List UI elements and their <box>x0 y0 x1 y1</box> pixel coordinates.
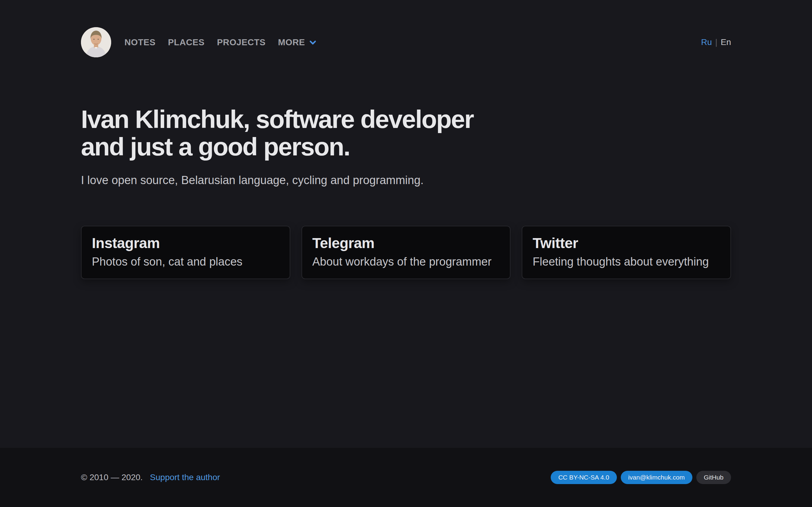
nav-item-more[interactable]: MORE <box>278 38 317 47</box>
copyright-text: © 2010 — 2020. <box>81 472 143 482</box>
instagram-card[interactable]: Instagram Photos of son, cat and places <box>81 226 290 279</box>
nav-item-projects[interactable]: PROJECTS <box>217 38 265 47</box>
header-nav: NOTES PLACES PROJECTS MORE Ru | En <box>81 27 731 57</box>
chevron-down-icon <box>309 38 317 47</box>
telegram-card-title: Telegram <box>312 234 500 252</box>
twitter-card-title: Twitter <box>532 234 720 252</box>
lang-separator: | <box>715 38 717 47</box>
support-author-link[interactable]: Support the author <box>150 472 220 482</box>
footer-inner: © 2010 — 2020. Support the author CC BY-… <box>81 471 731 484</box>
email-badge[interactable]: ivan@klimchuk.com <box>621 471 692 484</box>
language-switcher: Ru | En <box>701 38 731 47</box>
github-badge[interactable]: GitHub <box>696 471 731 484</box>
main-content: Ivan Klimchuk, software developer and ju… <box>81 57 731 279</box>
avatar-image <box>81 27 111 57</box>
twitter-card-description: Fleeting thoughts about everything <box>532 254 720 269</box>
page-subtitle: I love open source, Belarusian language,… <box>81 173 731 188</box>
social-cards-row: Instagram Photos of son, cat and places … <box>81 226 731 279</box>
telegram-card-description: About workdays of the programmer <box>312 254 500 269</box>
footer: © 2010 — 2020. Support the author CC BY-… <box>0 448 812 507</box>
main-nav: NOTES PLACES PROJECTS MORE <box>124 38 317 47</box>
nav-item-places[interactable]: PLACES <box>168 38 205 47</box>
page-title-line-1: Ivan Klimchuk, software developer <box>81 106 731 133</box>
instagram-card-title: Instagram <box>92 234 280 252</box>
avatar[interactable] <box>81 27 111 57</box>
nav-item-more-label: MORE <box>278 38 305 47</box>
lang-en-current: En <box>721 38 731 47</box>
page-title: Ivan Klimchuk, software developer and ju… <box>81 106 731 161</box>
nav-item-notes[interactable]: NOTES <box>124 38 156 47</box>
lang-ru-link[interactable]: Ru <box>701 38 712 47</box>
page-title-line-2: and just a good person. <box>81 133 731 161</box>
content-spacer <box>0 279 812 448</box>
instagram-card-description: Photos of son, cat and places <box>92 254 280 269</box>
telegram-card[interactable]: Telegram About workdays of the programme… <box>301 226 511 279</box>
license-badge[interactable]: CC BY-NC-SA 4.0 <box>551 471 617 484</box>
twitter-card[interactable]: Twitter Fleeting thoughts about everythi… <box>522 226 731 279</box>
footer-badges: CC BY-NC-SA 4.0 ivan@klimchuk.com GitHub <box>551 471 731 484</box>
